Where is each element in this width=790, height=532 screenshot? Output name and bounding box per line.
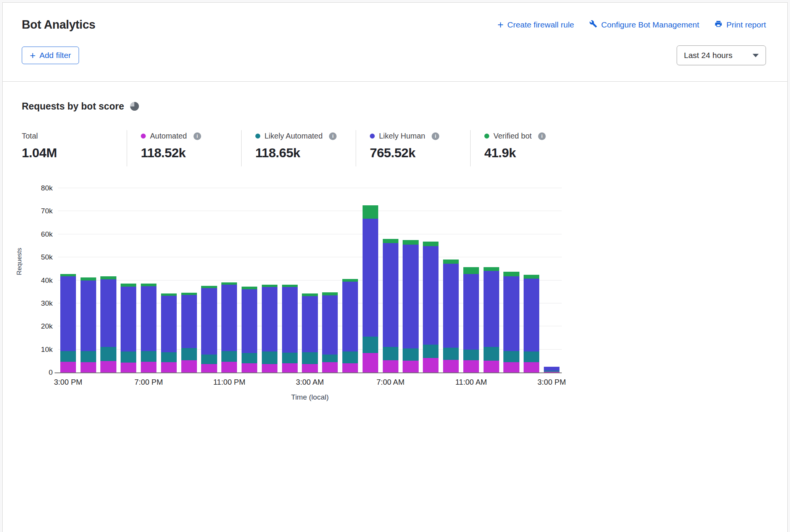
bar-slot[interactable] xyxy=(118,188,139,372)
bar-segment-likely-human[interactable] xyxy=(363,219,378,337)
stacked-bar[interactable] xyxy=(383,239,398,372)
bar-segment-likely-human[interactable] xyxy=(161,296,177,352)
bar-segment-automated[interactable] xyxy=(423,358,439,372)
stat-automated[interactable]: Automated i 118.52k xyxy=(127,130,241,166)
bar-segment-likely-automated[interactable] xyxy=(322,355,338,362)
bar-segment-verified-bot[interactable] xyxy=(242,287,257,289)
bar-slot[interactable] xyxy=(380,188,401,372)
bar-slot[interactable] xyxy=(340,188,360,372)
bar-segment-verified-bot[interactable] xyxy=(141,284,156,286)
bar-segment-likely-human[interactable] xyxy=(484,271,499,347)
bar-segment-verified-bot[interactable] xyxy=(524,275,539,279)
bar-segment-likely-automated[interactable] xyxy=(342,351,358,363)
bar-segment-likely-automated[interactable] xyxy=(60,351,76,361)
stacked-bar[interactable] xyxy=(403,240,418,372)
stat-verified-bot[interactable]: Verified bot i 41.9k xyxy=(470,130,585,166)
bar-segment-automated[interactable] xyxy=(242,363,257,372)
bar-slot[interactable] xyxy=(179,188,199,372)
bar-segment-automated[interactable] xyxy=(443,360,459,372)
bar-segment-likely-automated[interactable] xyxy=(302,352,318,364)
bar-segment-likely-automated[interactable] xyxy=(403,348,418,361)
stacked-bar[interactable] xyxy=(503,272,519,372)
bar-segment-likely-human[interactable] xyxy=(81,281,96,351)
bar-slot[interactable] xyxy=(58,188,78,372)
bar-slot[interactable] xyxy=(521,188,542,372)
bar-segment-likely-human[interactable] xyxy=(221,285,237,351)
stacked-bar[interactable] xyxy=(242,287,257,372)
stacked-bar[interactable] xyxy=(423,242,439,372)
bar-segment-likely-human[interactable] xyxy=(403,245,418,348)
bar-slot[interactable] xyxy=(98,188,119,372)
bar-slot[interactable] xyxy=(139,188,159,372)
bar-segment-likely-automated[interactable] xyxy=(423,345,439,358)
bar-segment-likely-human[interactable] xyxy=(262,287,277,351)
bar-slot[interactable] xyxy=(300,188,320,372)
bar-slot[interactable] xyxy=(481,188,501,372)
create-firewall-rule-link[interactable]: + Create firewall rule xyxy=(497,20,574,29)
bar-segment-automated[interactable] xyxy=(262,364,277,372)
bar-segment-automated[interactable] xyxy=(141,362,156,372)
bar-segment-verified-bot[interactable] xyxy=(383,239,398,243)
bar-segment-likely-human[interactable] xyxy=(181,295,197,348)
bar-segment-likely-human[interactable] xyxy=(201,288,217,355)
bar-slot[interactable] xyxy=(78,188,98,372)
stacked-bar[interactable] xyxy=(121,284,136,372)
bar-segment-likely-automated[interactable] xyxy=(100,347,116,361)
stacked-bar[interactable] xyxy=(141,284,156,372)
stacked-bar[interactable] xyxy=(302,293,318,372)
stacked-bar[interactable] xyxy=(262,285,277,372)
bar-segment-likely-automated[interactable] xyxy=(443,348,459,360)
stacked-bar[interactable] xyxy=(484,267,499,372)
stacked-bar[interactable] xyxy=(443,260,459,372)
info-icon[interactable]: i xyxy=(538,132,546,140)
bar-slot[interactable] xyxy=(159,188,179,372)
stacked-bar[interactable] xyxy=(100,276,116,372)
bar-segment-automated[interactable] xyxy=(524,362,539,372)
bar-segment-automated[interactable] xyxy=(161,362,177,372)
bar-segment-verified-bot[interactable] xyxy=(322,292,338,295)
bar-segment-verified-bot[interactable] xyxy=(121,284,136,287)
bar-segment-automated[interactable] xyxy=(282,363,298,372)
stacked-bar[interactable] xyxy=(282,285,298,372)
stacked-bar[interactable] xyxy=(463,267,479,372)
bar-segment-likely-automated[interactable] xyxy=(262,351,277,364)
bar-segment-verified-bot[interactable] xyxy=(503,272,519,276)
bar-segment-verified-bot[interactable] xyxy=(302,293,318,296)
bar-segment-likely-automated[interactable] xyxy=(121,351,136,362)
bar-segment-automated[interactable] xyxy=(81,362,96,372)
bar-segment-automated[interactable] xyxy=(121,363,136,372)
bar-slot[interactable] xyxy=(260,188,280,372)
bar-slot[interactable] xyxy=(239,188,260,372)
bar-segment-likely-human[interactable] xyxy=(342,282,358,352)
bar-segment-likely-human[interactable] xyxy=(60,276,76,351)
bar-segment-automated[interactable] xyxy=(201,364,217,372)
bar-segment-likely-human[interactable] xyxy=(302,296,318,352)
bar-slot[interactable] xyxy=(219,188,239,372)
bar-segment-verified-bot[interactable] xyxy=(403,240,418,245)
bar-segment-automated[interactable] xyxy=(302,364,318,372)
bar-segment-verified-bot[interactable] xyxy=(443,260,459,264)
bar-segment-likely-human[interactable] xyxy=(141,286,156,351)
print-report-link[interactable]: Print report xyxy=(714,20,766,30)
bar-segment-automated[interactable] xyxy=(363,353,378,372)
bar-segment-likely-human[interactable] xyxy=(242,289,257,353)
bar-segment-likely-automated[interactable] xyxy=(363,337,378,353)
stacked-bar[interactable] xyxy=(544,367,559,372)
bar-segment-likely-automated[interactable] xyxy=(141,351,156,362)
stacked-bar[interactable] xyxy=(363,205,378,372)
bar-segment-automated[interactable] xyxy=(403,361,418,372)
bar-segment-automated[interactable] xyxy=(503,362,519,372)
bar-segment-automated[interactable] xyxy=(221,362,237,372)
bar-segment-likely-human[interactable] xyxy=(544,367,559,371)
stacked-bar[interactable] xyxy=(181,293,197,372)
stacked-bar[interactable] xyxy=(221,282,237,372)
info-icon[interactable]: i xyxy=(329,132,337,140)
stacked-bar[interactable] xyxy=(161,293,177,372)
bar-segment-verified-bot[interactable] xyxy=(484,267,499,271)
bar-segment-likely-automated[interactable] xyxy=(242,353,257,363)
bar-slot[interactable] xyxy=(421,188,441,372)
stacked-bar[interactable] xyxy=(81,277,96,372)
bar-segment-likely-human[interactable] xyxy=(282,287,298,353)
bar-segment-verified-bot[interactable] xyxy=(342,279,358,282)
bar-segment-verified-bot[interactable] xyxy=(262,285,277,287)
